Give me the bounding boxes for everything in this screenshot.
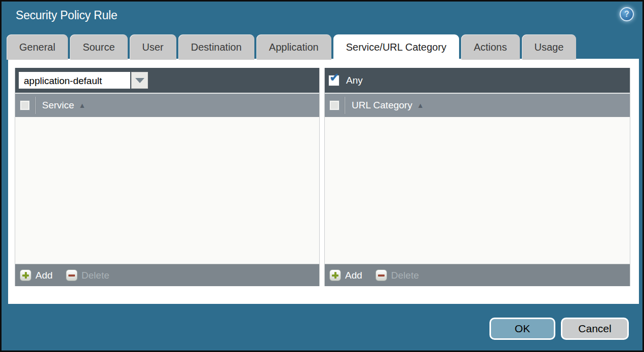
service-type-dropdown[interactable]: application-default (19, 72, 148, 89)
delete-button-label: Delete (82, 270, 109, 281)
tab-usage[interactable]: Usage (522, 34, 577, 60)
add-button-label: Add (35, 270, 53, 281)
security-policy-rule-dialog: Security Policy Rule ? General Source Us… (0, 0, 644, 352)
url-category-list[interactable] (325, 117, 630, 264)
tab-user[interactable]: User (130, 34, 176, 60)
service-panel: application-default Service ▲ Add (15, 68, 320, 286)
service-column-header-row: Service ▲ (15, 93, 319, 117)
url-category-column-header-row: URL Category ▲ (325, 93, 630, 117)
tab-service-url-category[interactable]: Service/URL Category (333, 34, 459, 61)
service-list[interactable] (15, 117, 319, 264)
delete-icon (66, 269, 78, 281)
url-category-panel-header: ✔ Any (325, 68, 630, 93)
service-column-label[interactable]: Service (42, 100, 74, 111)
service-select-all-checkbox[interactable] (20, 100, 30, 110)
dialog-title: Security Policy Rule (16, 9, 118, 22)
tab-destination[interactable]: Destination (178, 34, 254, 60)
sort-ascending-icon[interactable]: ▲ (79, 101, 86, 109)
tab-content: application-default Service ▲ Add (8, 59, 639, 304)
delete-icon (375, 269, 387, 281)
checkmark-icon: ✔ (329, 71, 339, 84)
service-delete-button[interactable]: Delete (66, 269, 109, 281)
url-category-panel-footer: Add Delete (325, 264, 630, 286)
help-glyph: ? (624, 10, 629, 19)
tab-bar: General Source User Destination Applicat… (7, 34, 576, 60)
service-type-dropdown-value[interactable]: application-default (19, 72, 130, 89)
tab-application[interactable]: Application (256, 34, 331, 60)
service-panel-header: application-default (15, 68, 319, 93)
service-type-dropdown-button[interactable] (131, 72, 148, 89)
delete-button-label: Delete (391, 270, 419, 281)
cancel-button[interactable]: Cancel (561, 318, 629, 340)
add-icon (20, 269, 31, 281)
any-checkbox-label: Any (346, 75, 363, 86)
url-category-delete-button[interactable]: Delete (375, 269, 419, 281)
ok-button[interactable]: OK (489, 318, 555, 340)
add-button-label: Add (345, 270, 362, 281)
tab-source[interactable]: Source (70, 34, 127, 60)
url-category-panel: ✔ Any URL Category ▲ Add (324, 68, 630, 286)
help-icon[interactable]: ? (620, 7, 634, 21)
service-add-button[interactable]: Add (20, 269, 53, 281)
url-category-select-all-checkbox[interactable] (329, 100, 339, 110)
chevron-down-icon (135, 78, 144, 83)
url-category-column-label[interactable]: URL Category (352, 100, 412, 111)
service-panel-footer: Add Delete (15, 264, 319, 286)
column-separator (345, 97, 345, 114)
url-category-add-button[interactable]: Add (329, 269, 362, 281)
tab-actions[interactable]: Actions (461, 34, 520, 60)
tab-general[interactable]: General (7, 34, 68, 60)
sort-ascending-icon[interactable]: ▲ (417, 101, 424, 109)
column-separator (35, 97, 35, 114)
add-icon (329, 269, 341, 281)
any-checkbox[interactable]: ✔ (328, 75, 339, 86)
